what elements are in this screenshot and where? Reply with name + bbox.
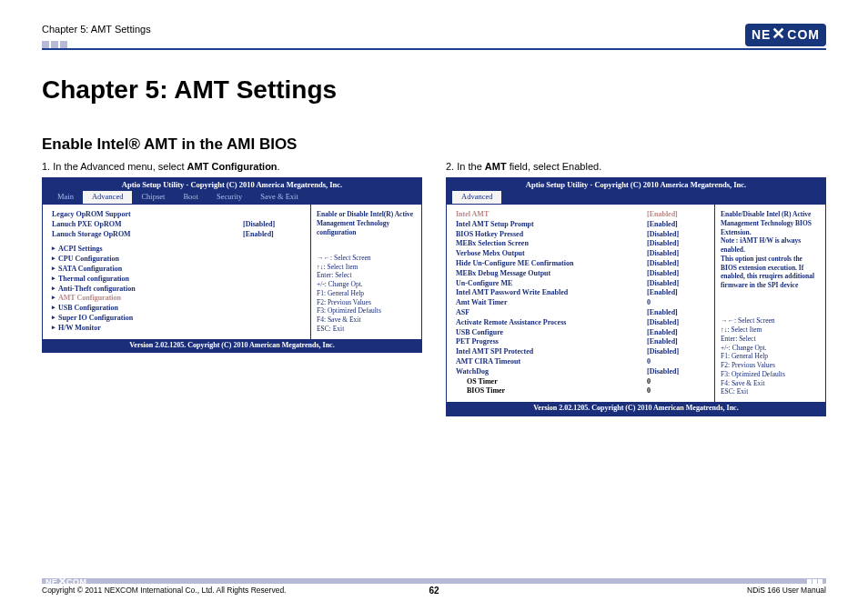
bios-row: Intel AMT Password Write Enabled[Enabled…	[456, 288, 707, 298]
bios-row: Amt Wait Timer0	[456, 298, 707, 308]
bios-row: ACPI Settings	[52, 245, 303, 255]
bios-tabs: MainAdvancedChipsetBootSecuritySave & Ex…	[43, 191, 421, 205]
bios-row: H/W Monitor	[52, 324, 303, 334]
bios-row: MEBx Selection Screen[Disabled]	[456, 239, 707, 249]
bios-row: USB Configuration	[52, 304, 303, 314]
bios-row: Super IO Configuration	[52, 314, 303, 324]
header-rule	[42, 48, 826, 50]
page-number: 62	[42, 586, 826, 596]
bios-tabs: Advanced	[447, 191, 825, 205]
bios-tab: Advanced	[452, 191, 501, 204]
footer-accent: NE✕COM	[42, 578, 826, 584]
bios-screenshot-1: Aptio Setup Utility - Copyright (C) 2010…	[42, 177, 422, 353]
bios-row: OS Timer0	[456, 377, 707, 387]
bios-tab: Save & Exit	[251, 191, 308, 204]
logo: NE✕COM	[745, 24, 826, 46]
bios-tab: Main	[48, 191, 83, 204]
bios-footer: Version 2.02.1205. Copyright (C) 2010 Am…	[43, 339, 421, 352]
bios-row: Intel AMT SPI Protected[Disabled]	[456, 347, 707, 357]
bios-row: Intel AMT Setup Prompt[Enabled]	[456, 220, 707, 230]
bios-row: Hide Un-Configure ME Confirmation[Disabl…	[456, 259, 707, 269]
bios-help-keys: →←: Select Screen↑↓: Select ItemEnter: S…	[317, 254, 416, 334]
bios-row: Verbose Mebx Output[Disabled]	[456, 249, 707, 259]
bios-tab: Advanced	[83, 191, 132, 204]
bios-row: AMT CIRA Timeout0	[456, 357, 707, 367]
bios-row: Lanuch PXE OpROM[Disabled]	[52, 220, 303, 230]
bios-row: Activate Remote Assistance Process[Disab…	[456, 318, 707, 328]
step-2: 2. In the AMT field, select Enabled.	[446, 161, 826, 172]
section-title: Enable Intel® AMT in the AMI BIOS	[42, 135, 826, 154]
bios-row: Lanuch Storage OpROM[Enabled]	[52, 230, 303, 240]
bios-title: Aptio Setup Utility - Copyright (C) 2010…	[43, 178, 421, 191]
bios-row: Legacy OpROM Support	[52, 210, 303, 220]
bios-help-text: Enable or Disable Intel(R) Active Manage…	[317, 210, 416, 236]
bios-row: CPU Configuration	[52, 255, 303, 265]
bios-row: AMT Configuration	[52, 294, 303, 304]
bios-row: Anti-Theft configuration	[52, 285, 303, 295]
bios-row: Un-Configure ME[Disabled]	[456, 279, 707, 289]
bios-row: WatchDog[Disabled]	[456, 367, 707, 377]
bios-footer: Version 2.02.1205. Copyright (C) 2010 Am…	[447, 402, 825, 415]
bios-screenshot-2: Aptio Setup Utility - Copyright (C) 2010…	[446, 177, 826, 416]
bios-row: USB Configure[Enabled]	[456, 328, 707, 338]
bios-row: BIOS Timer0	[456, 386, 707, 396]
bios-row: PET Progress[Enabled]	[456, 337, 707, 347]
step-1: 1. In the Advanced menu, select AMT Conf…	[42, 161, 422, 172]
chapter-title: Chapter 5: AMT Settings	[42, 75, 826, 105]
bios-row: Thermal configuration	[52, 275, 303, 285]
bios-row: SATA Configuration	[52, 265, 303, 275]
bios-row: BIOS Hotkey Pressed[Disabled]	[456, 230, 707, 240]
bios-help-keys: →←: Select Screen↑↓: Select ItemEnter: S…	[721, 316, 820, 396]
header-chapter: Chapter 5: AMT Settings	[42, 24, 151, 35]
bios-title: Aptio Setup Utility - Copyright (C) 2010…	[447, 178, 825, 191]
bios-tab: Boot	[174, 191, 207, 204]
bios-row: Intel AMT[Enabled]	[456, 210, 707, 220]
bios-help-text: Enable/Disable Intel (R) Active Manageme…	[721, 210, 820, 290]
bios-row: ASF[Enabled]	[456, 308, 707, 318]
bios-tab: Chipset	[132, 191, 174, 204]
bios-row: MEBx Debug Message Output[Disabled]	[456, 269, 707, 279]
bios-tab: Security	[207, 191, 251, 204]
